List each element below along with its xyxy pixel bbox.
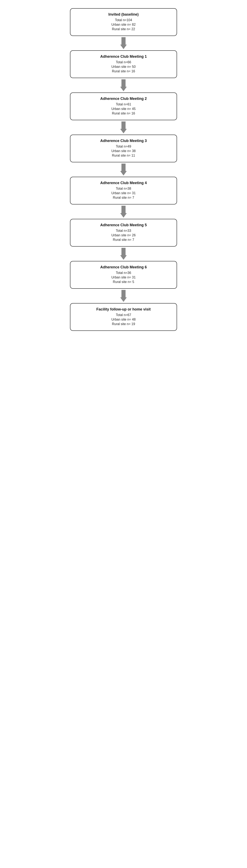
title-meeting-6: Adherence Club Meeting 6 (77, 265, 170, 270)
arrow-2 (120, 121, 127, 133)
box-meeting-5: Adherence Club Meeting 5Total n=33Urban … (70, 219, 177, 247)
title-meeting-1: Adherence Club Meeting 1 (77, 55, 170, 59)
line-facility-followup-1: Urban site n= 48 (77, 318, 170, 321)
line-meeting-2-1: Urban site n= 45 (77, 107, 170, 111)
arrow-shaft (121, 37, 126, 44)
arrow-shaft (121, 206, 126, 213)
line-meeting-5-1: Urban site n= 26 (77, 234, 170, 237)
line-meeting-6-0: Total n=36 (77, 271, 170, 275)
arrow-shaft (121, 121, 126, 129)
line-meeting-1-2: Rural site n= 16 (77, 69, 170, 73)
title-meeting-3: Adherence Club Meeting 3 (77, 139, 170, 143)
line-facility-followup-2: Rural site n= 19 (77, 322, 170, 326)
box-meeting-1: Adherence Club Meeting 1Total n=66Urban … (70, 50, 177, 78)
box-meeting-2: Adherence Club Meeting 2Total n=61Urban … (70, 92, 177, 120)
line-meeting-4-1: Urban site n= 31 (77, 191, 170, 195)
arrow-head (120, 171, 127, 176)
arrow-head (120, 297, 127, 302)
title-meeting-2: Adherence Club Meeting 2 (77, 97, 170, 101)
flowchart: Invited (baseline)Total n=104Urban site … (70, 8, 177, 331)
arrow-head (120, 87, 127, 91)
box-facility-followup: Facility follow-up or home visitTotal n=… (70, 303, 177, 331)
line-meeting-5-2: Rural site n= 7 (77, 238, 170, 242)
line-meeting-2-2: Rural site n= 16 (77, 112, 170, 115)
line-facility-followup-0: Total n=67 (77, 313, 170, 317)
arrow-shaft (121, 290, 126, 297)
line-meeting-4-0: Total n=38 (77, 187, 170, 190)
arrow-head (120, 44, 127, 49)
arrow-3 (120, 163, 127, 176)
title-invited-baseline: Invited (baseline) (77, 12, 170, 17)
line-meeting-3-1: Urban site n= 38 (77, 149, 170, 153)
box-meeting-4: Adherence Club Meeting 4Total n=38Urban … (70, 177, 177, 205)
title-facility-followup: Facility follow-up or home visit (77, 307, 170, 312)
arrow-head (120, 255, 127, 260)
line-meeting-6-2: Rural site n= 5 (77, 280, 170, 284)
line-meeting-3-0: Total n=49 (77, 145, 170, 148)
arrow-1 (120, 79, 127, 91)
arrow-shaft (121, 248, 126, 255)
line-meeting-1-0: Total n=66 (77, 60, 170, 64)
line-meeting-5-0: Total n=33 (77, 229, 170, 232)
line-invited-baseline-0: Total n=104 (77, 18, 170, 22)
arrow-4 (120, 206, 127, 218)
arrow-shaft (121, 79, 126, 87)
box-meeting-6: Adherence Club Meeting 6Total n=36Urban … (70, 261, 177, 289)
arrow-head (120, 213, 127, 218)
box-invited-baseline: Invited (baseline)Total n=104Urban site … (70, 8, 177, 36)
line-invited-baseline-1: Urban site n= 82 (77, 23, 170, 27)
line-invited-baseline-2: Rural site n= 22 (77, 27, 170, 31)
line-meeting-6-1: Urban site n= 31 (77, 276, 170, 279)
arrow-shaft (121, 163, 126, 171)
arrow-0 (120, 37, 127, 49)
arrow-5 (120, 248, 127, 260)
title-meeting-4: Adherence Club Meeting 4 (77, 181, 170, 185)
title-meeting-5: Adherence Club Meeting 5 (77, 223, 170, 227)
box-meeting-3: Adherence Club Meeting 3Total n=49Urban … (70, 134, 177, 162)
line-meeting-4-2: Rural site n= 7 (77, 196, 170, 199)
arrow-6 (120, 290, 127, 302)
arrow-head (120, 129, 127, 133)
line-meeting-3-2: Rural site n= 11 (77, 154, 170, 157)
line-meeting-2-0: Total n=61 (77, 102, 170, 106)
line-meeting-1-1: Urban site n= 50 (77, 65, 170, 69)
